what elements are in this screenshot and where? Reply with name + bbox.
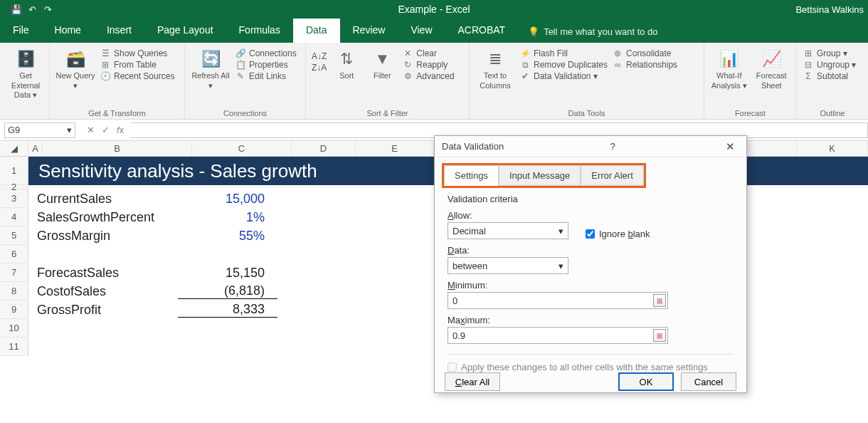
undo-icon[interactable]: ↶ (26, 4, 38, 15)
show-queries-button[interactable]: ☰Show Queries (100, 48, 174, 58)
relationships-button[interactable]: ∞Relationships (612, 60, 677, 70)
cancel-formula-icon[interactable]: ✕ (87, 125, 95, 135)
edit-links-button[interactable]: ✎Edit Links (235, 71, 297, 81)
select-all-corner[interactable]: ◢ (0, 141, 28, 156)
cell-b5[interactable]: GrossMargin (28, 229, 178, 244)
ignore-blank-label: Ignore blank (599, 229, 650, 239)
save-icon[interactable]: 💾 (10, 4, 23, 15)
cell-c3[interactable]: 15,000 (178, 192, 277, 207)
tab-acrobat[interactable]: ACROBAT (445, 19, 519, 43)
cancel-button[interactable]: Cancel (681, 372, 736, 391)
clear-filter-button[interactable]: ✕Clear (402, 48, 454, 58)
col-e[interactable]: E (356, 141, 434, 156)
minimum-label: Minimum:Minimum: (448, 280, 734, 291)
cell-c9[interactable]: 8,333 (178, 302, 277, 318)
chevron-down-icon[interactable]: ▾ (67, 125, 72, 135)
row-8[interactable]: 8 (0, 282, 28, 301)
new-query-button[interactable]: 🗃️New Query ▾ (55, 46, 95, 90)
tab-formulas[interactable]: Formulas (226, 19, 293, 43)
data-select[interactable]: between▾ (448, 257, 568, 274)
name-box[interactable]: G9▾ (4, 122, 75, 138)
filter-button[interactable]: ▼Filter (366, 46, 398, 81)
cell-c8[interactable]: (6,818) (178, 283, 277, 299)
ok-button[interactable]: OK (618, 372, 674, 391)
from-table-button[interactable]: ⊞From Table (100, 60, 174, 70)
tab-home[interactable]: Home (42, 19, 94, 43)
text-to-columns-button[interactable]: ≣Text to Columns (475, 46, 515, 90)
minimum-input[interactable]: 0⊞ (448, 292, 668, 309)
connections-button[interactable]: 🔗Connections (235, 48, 297, 58)
tab-review[interactable]: Review (340, 19, 398, 43)
tab-error-alert[interactable]: Error Alert (581, 165, 644, 186)
allow-select[interactable]: Decimal▾ (448, 222, 568, 239)
validation-icon: ✔ (519, 71, 531, 81)
col-c[interactable]: C (192, 141, 292, 156)
tell-me-search[interactable]: 💡 Tell me what you want to do (518, 21, 667, 43)
redo-icon[interactable]: ↷ (41, 4, 54, 15)
subtotal-button[interactable]: ΣSubtotal (803, 71, 862, 81)
clear-all-button[interactable]: Clear AllClear All (445, 372, 500, 391)
row-1[interactable]: 1 (0, 157, 28, 185)
cell-b3[interactable]: CurrentSales (28, 192, 178, 207)
tell-me-label: Tell me what you want to do (544, 26, 657, 37)
table-icon: ⊞ (100, 60, 111, 70)
row-11[interactable]: 11 (0, 338, 28, 356)
tab-insert[interactable]: Insert (94, 19, 144, 43)
cell-b9[interactable]: GrossProfit (28, 303, 178, 318)
range-picker-icon[interactable]: ⊞ (653, 329, 666, 342)
consolidate-button[interactable]: ⊕Consolidate (612, 48, 677, 58)
help-icon[interactable]: ? (603, 141, 622, 152)
columns-icon: ≣ (475, 50, 515, 68)
close-icon[interactable]: ✕ (721, 140, 739, 153)
cell-b7[interactable]: ForecastSales (28, 266, 178, 281)
row-4[interactable]: 4 (0, 208, 28, 226)
col-b[interactable]: B (43, 141, 192, 156)
recent-sources-button[interactable]: 🕘Recent Sources (100, 71, 174, 81)
sort-button[interactable]: ⇅Sort (331, 46, 362, 81)
accept-formula-icon[interactable]: ✓ (102, 125, 110, 135)
get-external-data-button[interactable]: 🗄️Get External Data ▾ (6, 46, 46, 100)
sort-az-button[interactable]: A↓Z (312, 51, 327, 61)
data-validation-dialog: Data Validation ? ✕ Settings Input Messa… (434, 135, 747, 393)
sort-za-button[interactable]: Z↓A (312, 63, 327, 73)
tab-data[interactable]: Data (293, 19, 340, 43)
remove-duplicates-button[interactable]: ⧉Remove Duplicates (519, 60, 608, 70)
cell-b8[interactable]: CostofSales (28, 284, 178, 299)
tab-page-layout[interactable]: Page Layout (144, 19, 226, 43)
row-9[interactable]: 9 (0, 301, 28, 319)
reapply-button[interactable]: ↻Reapply (402, 60, 454, 70)
cell-c4[interactable]: 1% (178, 210, 277, 225)
row-10[interactable]: 10 (0, 319, 28, 338)
group-label-forecast: Forecast (704, 109, 796, 118)
fx-icon[interactable]: fx (117, 125, 124, 135)
advanced-filter-button[interactable]: ⚙Advanced (402, 71, 454, 81)
range-picker-icon[interactable]: ⊞ (653, 294, 666, 307)
what-if-button[interactable]: 📊What-If Analysis ▾ (710, 46, 748, 90)
ungroup-button[interactable]: ⊟Ungroup ▾ (803, 60, 862, 70)
user-name[interactable]: Bettsina Walkins (795, 4, 868, 15)
cell-b4[interactable]: SalesGrowthPercent (28, 210, 178, 225)
col-a[interactable]: A (28, 141, 43, 156)
col-k[interactable]: K (797, 141, 868, 156)
forecast-sheet-button[interactable]: 📈Forecast Sheet (753, 46, 791, 90)
flash-fill-button[interactable]: ⚡Flash Fill (519, 48, 608, 58)
col-d[interactable]: D (292, 141, 356, 156)
group-label-outline: Outline (797, 109, 868, 118)
tab-input-message[interactable]: Input Message (499, 165, 581, 186)
maximum-input[interactable]: 0.9⊞ (448, 327, 668, 344)
row-6[interactable]: 6 (0, 245, 28, 263)
row-5[interactable]: 5 (0, 226, 28, 245)
ignore-blank-checkbox[interactable] (586, 229, 595, 239)
cell-c5[interactable]: 55% (178, 229, 277, 244)
dialog-tabs-highlight: Settings Input Message Error Alert (442, 163, 646, 188)
funnel-icon: ▼ (366, 50, 398, 68)
group-button[interactable]: ⊞Group ▾ (803, 48, 862, 58)
tab-file[interactable]: File (0, 19, 42, 43)
tab-settings[interactable]: Settings (444, 165, 499, 186)
row-7[interactable]: 7 (0, 263, 28, 282)
refresh-all-button[interactable]: 🔄Refresh All ▾ (191, 46, 231, 90)
tab-view[interactable]: View (398, 19, 445, 43)
properties-button[interactable]: 📋Properties (235, 60, 297, 70)
data-validation-button[interactable]: ✔Data Validation ▾ (519, 71, 608, 81)
cell-c7[interactable]: 15,150 (178, 266, 277, 281)
